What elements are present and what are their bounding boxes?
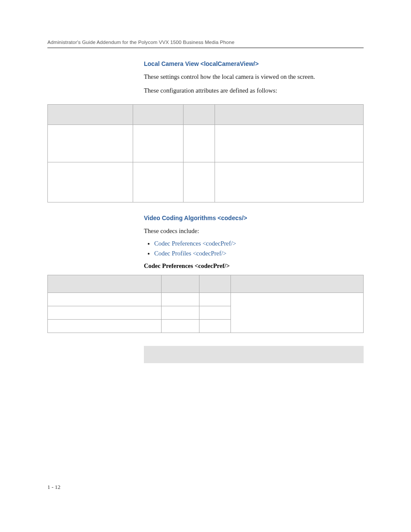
codec-table-wrap bbox=[47, 275, 364, 333]
page-number: 1 - 12 bbox=[47, 484, 60, 491]
header-rule bbox=[47, 47, 364, 48]
body-paragraph: These settings control how the local cam… bbox=[144, 72, 364, 82]
table-cell bbox=[199, 306, 230, 320]
content-indent: Video Coding Algorithms <codecs/> These … bbox=[144, 215, 364, 270]
table-row bbox=[48, 293, 364, 306]
table-cell bbox=[48, 320, 162, 333]
table-cell bbox=[133, 162, 183, 202]
table-cell bbox=[199, 320, 230, 333]
body-paragraph: These configuration attributes are defin… bbox=[144, 86, 364, 96]
document-page: Administrator's Guide Addendum for the P… bbox=[0, 0, 411, 532]
table-cell bbox=[161, 293, 199, 306]
table-cell bbox=[231, 293, 364, 333]
subsection-heading: Codec Preferences <codecPref/> bbox=[144, 262, 364, 270]
table-cell bbox=[161, 320, 199, 333]
content-indent bbox=[144, 346, 364, 363]
list-item: Codec Preferences <codecPref/> bbox=[154, 240, 364, 247]
content-indent: Local Camera View <localCameraView/> The… bbox=[144, 60, 364, 96]
table-cell bbox=[215, 162, 364, 202]
attributes-table-wrap bbox=[47, 104, 364, 202]
table-header-cell bbox=[184, 104, 215, 124]
section-heading-codecs: Video Coding Algorithms <codecs/> bbox=[144, 215, 364, 221]
table-cell bbox=[199, 293, 230, 306]
running-header: Administrator's Guide Addendum for the P… bbox=[47, 40, 364, 45]
table-cell bbox=[184, 124, 215, 162]
table-header-cell bbox=[48, 275, 162, 293]
table-cell bbox=[48, 162, 133, 202]
table-cell bbox=[184, 162, 215, 202]
table-row bbox=[48, 124, 364, 162]
table-row bbox=[48, 162, 364, 202]
table-cell bbox=[48, 306, 162, 320]
codec-preferences-table bbox=[47, 275, 364, 333]
table-header-cell bbox=[215, 104, 364, 124]
table-header-cell bbox=[231, 275, 364, 293]
table-cell bbox=[48, 293, 162, 306]
table-cell bbox=[215, 124, 364, 162]
body-paragraph: These codecs include: bbox=[144, 227, 364, 236]
cross-reference-link[interactable]: Codec Profiles <codecPref/> bbox=[154, 250, 227, 257]
attributes-table bbox=[47, 104, 364, 202]
list-item: Codec Profiles <codecPref/> bbox=[154, 250, 364, 257]
table-cell bbox=[161, 306, 199, 320]
table-header-cell bbox=[161, 275, 199, 293]
section-heading-local-camera: Local Camera View <localCameraView/> bbox=[144, 60, 364, 67]
cross-reference-link[interactable]: Codec Preferences <codecPref/> bbox=[154, 240, 236, 247]
note-block bbox=[144, 346, 364, 363]
table-cell bbox=[133, 124, 183, 162]
table-header-row bbox=[48, 104, 364, 124]
table-header-cell bbox=[48, 104, 133, 124]
table-header-cell bbox=[133, 104, 183, 124]
table-cell bbox=[48, 124, 133, 162]
bullet-list: Codec Preferences <codecPref/> Codec Pro… bbox=[144, 240, 364, 257]
table-header-cell bbox=[199, 275, 230, 293]
table-header-row bbox=[48, 275, 364, 293]
